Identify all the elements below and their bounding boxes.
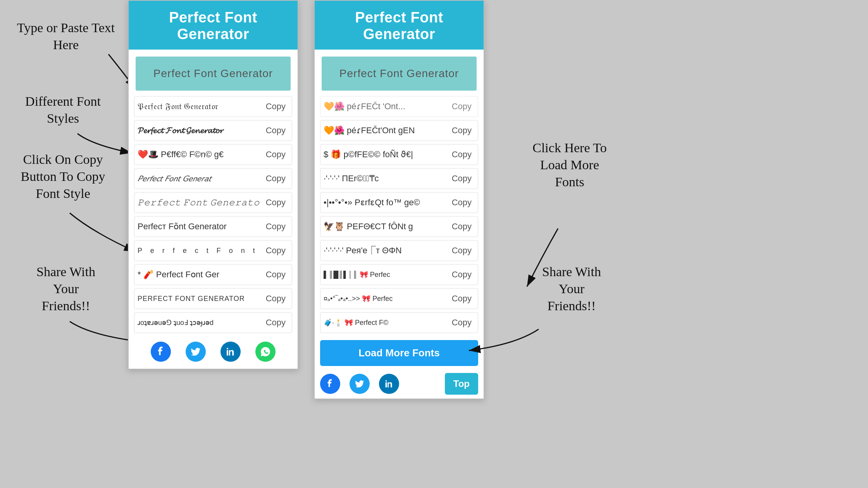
font-text-3: ❤️🎩 P€ff€© F©n© g€ <box>138 149 263 160</box>
font-row-7: P e r f e c t F o n t Copy <box>134 240 292 261</box>
copy-btn-p7[interactable]: Copy <box>449 268 475 281</box>
copy-btn-4[interactable]: Copy <box>263 172 289 185</box>
font-row-5: 𝙿𝚎𝚛𝚏𝚎𝚌𝚝 𝙵𝚘𝚗𝚝 𝙶𝚎𝚗𝚎𝚛𝚊𝚝𝚘 Copy <box>134 192 292 213</box>
annotation-type-paste: Type or Paste Text Here <box>12 19 120 53</box>
copy-btn-p3[interactable]: Copy <box>449 172 475 185</box>
font-text-2: 𝓟𝓮𝓻𝓯𝓮𝓬𝓽 𝓕𝓸𝓷𝓽 𝓖𝓮𝓷𝓮𝓻𝓪𝓽𝓸𝓻 <box>138 125 263 136</box>
font-row-p2: $ 🎁 p©fFE©© foÑt ϑ€| Copy <box>320 144 478 165</box>
font-row-p5: 🦅🦉 ΡΕFΘ€CT fÔNt g Copy <box>320 216 478 237</box>
phone-panel-1: Perfect Font Generator Perfect Font Gene… <box>128 0 298 369</box>
bottom-bar-2: Top <box>315 369 484 399</box>
load-more-button[interactable]: Load More Fonts <box>320 340 478 366</box>
annotation-share-right: Share WithYourFriends!! <box>515 263 628 315</box>
text-input[interactable]: Perfect Font Generator <box>136 57 291 91</box>
copy-btn-p9[interactable]: Copy <box>449 316 475 329</box>
font-text-p9: 🧳·🕯️ 🎀 Perfect F© <box>324 318 449 327</box>
linkedin-icon[interactable] <box>220 342 241 362</box>
copy-btn-9[interactable]: Copy <box>263 292 289 305</box>
font-row-p9: 🧳·🕯️ 🎀 Perfect F© Copy <box>320 312 478 333</box>
font-text-p6: ·'·'·'·'·' Pея'е⎾т ΘΦΝ <box>324 246 449 256</box>
copy-btn-3[interactable]: Copy <box>263 148 289 161</box>
copy-btn-p8[interactable]: Copy <box>449 292 475 305</box>
copy-btn-5[interactable]: Copy <box>263 196 289 209</box>
font-row-10: ɹoʇɐɹǝuǝ⅁ ʇuoℲ ʇɔǝɟɹǝd Copy <box>134 312 292 333</box>
panel2-header: Perfect Font Generator <box>315 1 484 50</box>
top-button[interactable]: Top <box>445 373 478 395</box>
annotation-copy-button: Click On CopyButton To CopyFont Style <box>6 151 120 203</box>
font-text-4: 𝘗𝘦𝘳𝘧𝘦𝘤𝘵 𝘍𝘰𝘯𝘵 𝘎𝘦𝘯𝘦𝘳𝘢𝘵 <box>138 174 263 184</box>
font-row-p6: ·'·'·'·'·' Pея'е⎾т ΘΦΝ Copy <box>320 240 478 261</box>
annotation-font-styles: Different FontStyles <box>6 93 120 127</box>
font-text-7: P e r f e c t F o n t <box>138 247 263 255</box>
font-row-p1: 🧡🌺 péɾFEČt'Ont gEN Copy <box>320 120 478 141</box>
copy-btn-p5[interactable]: Copy <box>449 220 475 233</box>
font-row-8: * 🧨 Perfect Fᴏnt Ger Copy <box>134 264 292 285</box>
font-row-1: 𝔓𝔢𝔯𝔣𝔢𝔠𝔱 𝔉𝔬𝔫𝔱 𝔊𝔢𝔫𝔢𝔯𝔞𝔱𝔬𝔯 Copy <box>134 96 292 117</box>
copy-btn-p2[interactable]: Copy <box>449 148 475 161</box>
facebook-icon[interactable] <box>151 342 171 362</box>
font-row-p4: •|••°•°•» PɛrfɛQt fo™ ge© Copy <box>320 192 478 213</box>
font-text-9: PERFECT FONT GENERATOR <box>138 295 263 303</box>
font-row-p0: 🧡🌺 péɾFEČt 'Ont... Copy <box>320 96 478 117</box>
panel1-header: Perfect Font Generator <box>129 1 298 50</box>
font-text-p5: 🦅🦉 ΡΕFΘ€CT fÔNt g <box>324 222 449 232</box>
font-row-6: Ρеrfеcт Fо̃nt Generator Copy <box>134 216 292 237</box>
copy-btn-1[interactable]: Copy <box>263 100 289 113</box>
font-text-p3: ·'·'·'·' ΠEr©⑦ᷮ₸c <box>324 174 449 184</box>
annotation-share-left: Share WithYourFriends!! <box>16 263 116 315</box>
copy-btn-2[interactable]: Copy <box>263 124 289 137</box>
font-row-9: PERFECT FONT GENERATOR Copy <box>134 288 292 309</box>
copy-btn-p6[interactable]: Copy <box>449 244 475 257</box>
font-text-1: 𝔓𝔢𝔯𝔣𝔢𝔠𝔱 𝔉𝔬𝔫𝔱 𝔊𝔢𝔫𝔢𝔯𝔞𝔱𝔬𝔯 <box>138 101 263 112</box>
linkedin-icon-2[interactable] <box>379 374 399 394</box>
font-text-8: * 🧨 Perfect Fᴏnt Ger <box>138 270 263 280</box>
font-text-p1: 🧡🌺 péɾFEČt'Ont gEN <box>324 125 449 136</box>
text-input-2[interactable]: Perfect Font Generator <box>322 57 477 91</box>
copy-btn-10[interactable]: Copy <box>263 316 289 329</box>
font-text-p8: ¤ₐ•°‾ₐ•ₐ•..>> 🎀 Perfec <box>324 294 449 303</box>
copy-btn-p1[interactable]: Copy <box>449 124 475 137</box>
copy-btn-6[interactable]: Copy <box>263 220 289 233</box>
copy-btn-7[interactable]: Copy <box>263 244 289 257</box>
font-row-3: ❤️🎩 P€ff€© F©n© g€ Copy <box>134 144 292 165</box>
social-bar-1 <box>129 335 298 369</box>
facebook-icon-2[interactable] <box>320 374 340 394</box>
copy-btn-p4[interactable]: Copy <box>449 196 475 209</box>
font-text-6: Ρеrfеcт Fо̃nt Generator <box>138 222 263 232</box>
font-row-4: 𝘗𝘦𝘳𝘧𝘦𝘤𝘵 𝘍𝘰𝘯𝘵 𝘎𝘦𝘯𝘦𝘳𝘢𝘵 Copy <box>134 168 292 189</box>
font-row-2: 𝓟𝓮𝓻𝓯𝓮𝓬𝓽 𝓕𝓸𝓷𝓽 𝓖𝓮𝓷𝓮𝓻𝓪𝓽𝓸𝓻 Copy <box>134 120 292 141</box>
copy-btn-p0[interactable]: Copy <box>449 100 475 113</box>
font-text-p0: 🧡🌺 péɾFEČt 'Ont... <box>324 101 449 112</box>
font-text-10: ɹoʇɐɹǝuǝ⅁ ʇuoℲ ʇɔǝɟɹǝd <box>138 318 263 327</box>
font-row-p3: ·'·'·'·' ΠEr©⑦ᷮ₸c Copy <box>320 168 478 189</box>
twitter-icon-2[interactable] <box>350 374 370 394</box>
font-text-p4: •|••°•°•» PɛrfɛQt fo™ ge© <box>324 198 449 208</box>
twitter-icon[interactable] <box>186 342 206 362</box>
font-text-p7: ▌║█║▌│║ 🎀 Perfec <box>324 270 449 279</box>
font-row-p8: ¤ₐ•°‾ₐ•ₐ•..>> 🎀 Perfec Copy <box>320 288 478 309</box>
font-row-p7: ▌║█║▌│║ 🎀 Perfec Copy <box>320 264 478 285</box>
font-text-p2: $ 🎁 p©fFE©© foÑt ϑ€| <box>324 149 449 160</box>
copy-btn-8[interactable]: Copy <box>263 268 289 281</box>
whatsapp-icon[interactable] <box>255 342 276 362</box>
phone-panel-2: Perfect Font Generator Perfect Font Gene… <box>314 0 484 399</box>
font-text-5: 𝙿𝚎𝚛𝚏𝚎𝚌𝚝 𝙵𝚘𝚗𝚝 𝙶𝚎𝚗𝚎𝚛𝚊𝚝𝚘 <box>138 198 263 208</box>
annotation-load-more: Click Here ToLoad MoreFonts <box>508 139 632 191</box>
